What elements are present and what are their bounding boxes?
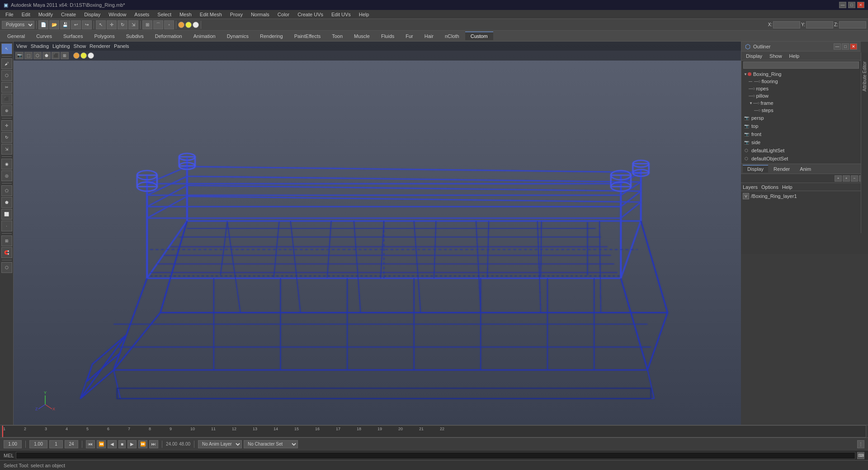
menu-item-edit mesh[interactable]: Edit Mesh bbox=[196, 11, 226, 18]
vp-light2[interactable] bbox=[80, 52, 87, 59]
tab-toon[interactable]: Toon bbox=[326, 32, 348, 40]
frame-label-field[interactable] bbox=[49, 440, 63, 448]
outliner-display-menu[interactable]: Display bbox=[743, 52, 765, 60]
mel-exec-btn[interactable]: ⌨ bbox=[857, 452, 864, 459]
layer-visibility-btn[interactable]: V bbox=[743, 193, 749, 199]
coord-z-input[interactable] bbox=[839, 21, 866, 28]
vp-light3[interactable] bbox=[88, 52, 94, 59]
anim-layer-dropdown[interactable]: No Anim Layer bbox=[198, 440, 242, 448]
scale-btn[interactable]: ⇲ bbox=[128, 20, 138, 29]
vp-show-menu[interactable]: Show bbox=[74, 43, 86, 49]
layer-new2-btn[interactable]: + bbox=[843, 175, 850, 182]
go-end-btn[interactable]: ⏭ bbox=[149, 440, 158, 448]
range-end-field[interactable] bbox=[65, 440, 78, 448]
menu-item-color[interactable]: Color bbox=[274, 11, 293, 18]
menu-item-create uvs[interactable]: Create UVs bbox=[294, 11, 327, 18]
tab-subdivs[interactable]: Subdivs bbox=[121, 32, 149, 40]
menu-item-help[interactable]: Help bbox=[355, 11, 373, 18]
rotate-tool-btn[interactable]: ↻ bbox=[1, 132, 12, 143]
pivot-btn[interactable]: ⊕ bbox=[1, 105, 12, 116]
face-tool-btn[interactable]: ⬜ bbox=[1, 209, 12, 220]
layer-delete-btn[interactable]: − bbox=[851, 175, 858, 182]
vp-view-menu[interactable]: View bbox=[16, 43, 27, 49]
vp-smooth-btn[interactable]: ⬟ bbox=[42, 52, 51, 59]
snap-live-btn[interactable]: ⊞ bbox=[1, 235, 12, 246]
current-frame-field[interactable] bbox=[4, 440, 22, 448]
menu-item-proxy[interactable]: Proxy bbox=[226, 11, 246, 18]
tree-item-ropes[interactable]: —○ ropes bbox=[741, 85, 861, 92]
layer-tab-anim[interactable]: Anim bbox=[795, 165, 816, 173]
scale-tool-btn[interactable]: ⇲ bbox=[1, 144, 12, 155]
tab-custom[interactable]: Custom bbox=[465, 32, 493, 40]
extrude-btn[interactable]: ⬛ bbox=[1, 94, 12, 104]
tab-deformation[interactable]: Deformation bbox=[150, 32, 188, 40]
maximize-button[interactable]: □ bbox=[848, 2, 855, 8]
undo-btn[interactable]: ↩ bbox=[71, 20, 81, 29]
minimize-button[interactable]: — bbox=[839, 2, 846, 8]
soft-select-btn[interactable]: ◉ bbox=[1, 159, 12, 169]
vp-select-all-btn[interactable]: ⬚ bbox=[24, 52, 33, 59]
next-frame-btn[interactable]: ⏩ bbox=[138, 440, 147, 448]
layer-tab-render[interactable]: Render bbox=[769, 165, 794, 173]
select-btn[interactable]: ↖ bbox=[96, 20, 106, 29]
tree-item-steps[interactable]: —○ steps bbox=[741, 107, 861, 114]
outliner-minimize-btn[interactable]: — bbox=[834, 43, 841, 50]
color-yellow-btn[interactable] bbox=[178, 22, 184, 28]
tab-fur[interactable]: Fur bbox=[400, 32, 419, 40]
vp-wireframe-btn[interactable]: ⬡ bbox=[33, 52, 42, 59]
tree-item-objectset[interactable]: ⬡ defaultObjectSet bbox=[741, 155, 861, 163]
tree-item-flooring[interactable]: —○ flooring bbox=[741, 78, 861, 85]
options-menu[interactable]: Options bbox=[761, 184, 778, 190]
vertex-tool-btn[interactable]: · bbox=[1, 221, 12, 231]
menu-item-assets[interactable]: Assets bbox=[131, 11, 153, 18]
vp-solid-btn[interactable]: ⬛ bbox=[52, 52, 60, 59]
layers-menu[interactable]: Layers bbox=[743, 184, 758, 190]
menu-item-create[interactable]: Create bbox=[57, 11, 80, 18]
menu-item-display[interactable]: Display bbox=[80, 11, 104, 18]
play-fwd-btn[interactable]: ▶ bbox=[127, 440, 137, 448]
tab-surfaces[interactable]: Surfaces bbox=[58, 32, 88, 40]
outliner-help-menu[interactable]: Help bbox=[787, 52, 802, 60]
mel-input[interactable] bbox=[16, 452, 855, 459]
tab-animation[interactable]: Animation bbox=[188, 32, 221, 40]
viewport[interactable]: View Shading Lighting Show Renderer Pane… bbox=[14, 42, 741, 425]
play-back-btn[interactable]: ◀ bbox=[108, 440, 117, 448]
new-file-btn[interactable]: 📄 bbox=[38, 20, 48, 29]
layer-new-btn[interactable]: + bbox=[835, 175, 842, 182]
pb-right-btn[interactable]: ⋮ bbox=[857, 440, 864, 448]
layer-tab-display[interactable]: Display bbox=[743, 165, 768, 173]
tree-item-side[interactable]: 📷 side bbox=[741, 138, 861, 146]
stop-btn[interactable]: ■ bbox=[118, 440, 126, 448]
coord-x-input[interactable] bbox=[773, 21, 800, 28]
coord-y-input[interactable] bbox=[806, 21, 833, 28]
vp-light1[interactable] bbox=[73, 52, 80, 59]
snap-grid-btn[interactable]: ⊞ bbox=[142, 20, 152, 29]
tree-item-frame[interactable]: ▼ —○ frame bbox=[741, 99, 861, 107]
tree-item-lightset[interactable]: ⬡ defaultLightSet bbox=[741, 146, 861, 155]
tree-item-boxing-ring[interactable]: ▼ Boxing_Ring bbox=[741, 70, 861, 78]
color-white-btn[interactable] bbox=[193, 22, 199, 28]
save-file-btn[interactable]: 💾 bbox=[60, 20, 70, 29]
tab-hair[interactable]: Hair bbox=[419, 32, 439, 40]
vp-camera-btn[interactable]: 📷 bbox=[15, 52, 24, 59]
tab-general[interactable]: General bbox=[2, 32, 30, 40]
vp-lighting-menu[interactable]: Lighting bbox=[52, 43, 70, 49]
tab-rendering[interactable]: Rendering bbox=[255, 32, 288, 40]
snap-curve-btn[interactable]: ⌒ bbox=[153, 20, 163, 29]
rotate-btn[interactable]: ↻ bbox=[118, 20, 127, 29]
menu-item-modify[interactable]: Modify bbox=[35, 11, 57, 18]
cut-btn[interactable]: ✂ bbox=[1, 82, 12, 93]
close-button[interactable]: ✕ bbox=[857, 2, 864, 8]
menu-item-edit uvs[interactable]: Edit UVs bbox=[328, 11, 354, 18]
snap-point-btn[interactable]: ◦ bbox=[164, 20, 174, 29]
poly-tool-btn[interactable]: ⬠ bbox=[1, 185, 12, 196]
tab-dynamics[interactable]: Dynamics bbox=[222, 32, 254, 40]
tab-fluids[interactable]: Fluids bbox=[376, 32, 400, 40]
last-tool-btn[interactable]: ⬡ bbox=[1, 262, 12, 273]
go-start-btn[interactable]: ⏮ bbox=[86, 440, 95, 448]
magnet-btn[interactable]: 🧲 bbox=[1, 247, 12, 258]
tab-curves[interactable]: Curves bbox=[31, 32, 57, 40]
move-btn[interactable]: ✛ bbox=[107, 20, 117, 29]
tab-muscle[interactable]: Muscle bbox=[349, 32, 375, 40]
menu-item-mesh[interactable]: Mesh bbox=[176, 11, 195, 18]
